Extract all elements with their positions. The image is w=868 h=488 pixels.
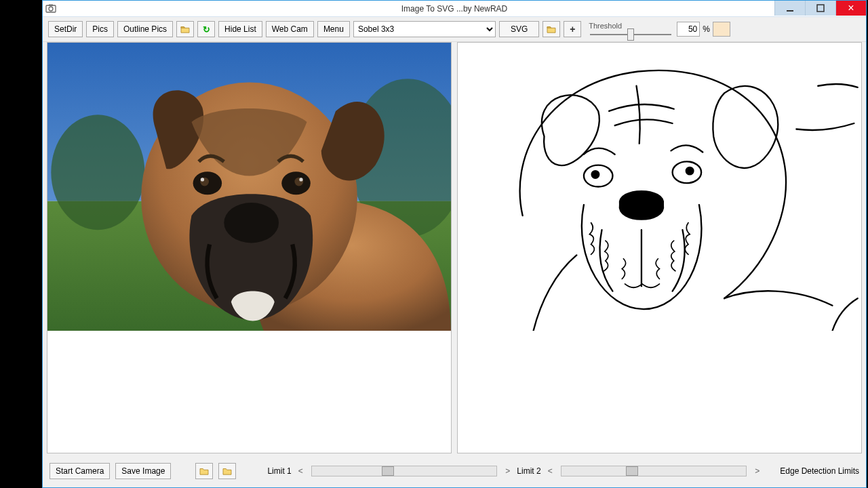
maximize-button[interactable] [805, 1, 835, 16]
open-folder-button-4[interactable] [218, 463, 236, 479]
add-button[interactable]: + [564, 21, 581, 37]
threshold-value-input[interactable] [677, 22, 700, 37]
save-image-button[interactable]: Save Image [115, 463, 171, 479]
source-image-pane [47, 42, 452, 453]
svg-button[interactable]: SVG [499, 21, 539, 37]
limit2-dec[interactable]: < [547, 466, 554, 476]
app-window: Image To SVG ...by NewRAD × SetDir Pics … [42, 0, 867, 488]
svg-rect-3 [787, 10, 793, 12]
minimize-button[interactable] [774, 1, 805, 16]
limit1-track: < > [297, 466, 512, 476]
open-folder-button-2[interactable] [542, 21, 560, 37]
menu-button[interactable]: Menu [317, 21, 350, 37]
plus-icon: + [570, 24, 575, 35]
edge-limits-label: Edge Detection Limits [780, 466, 859, 476]
svg-point-16 [299, 178, 302, 181]
limit2-inc[interactable]: > [753, 466, 761, 476]
refresh-button[interactable]: ↻ [197, 21, 215, 37]
limit2-track: < > [547, 466, 762, 476]
setdir-button[interactable]: SetDir [48, 21, 83, 37]
svg-output-pane [457, 42, 862, 453]
color-swatch[interactable] [713, 22, 730, 37]
open-folder-button-3[interactable] [195, 463, 213, 479]
close-button[interactable]: × [835, 1, 866, 16]
threshold-slider[interactable] [590, 34, 671, 35]
limit2-label: Limit 2 [517, 466, 540, 476]
limit1-slider[interactable] [311, 466, 498, 476]
svg-output [458, 43, 861, 331]
window-title: Image To SVG ...by NewRAD [43, 4, 866, 14]
app-icon [45, 3, 56, 14]
bottom-toolbar: Start Camera Save Image Limit 1 < > Limi… [43, 458, 866, 487]
desktop-background: Image To SVG ...by NewRAD × SetDir Pics … [0, 0, 868, 488]
title-bar: Image To SVG ...by NewRAD × [43, 1, 866, 17]
source-photo [47, 43, 451, 331]
svg-point-10 [224, 203, 279, 243]
svg-point-21 [686, 167, 694, 175]
limit2-slider[interactable] [561, 466, 747, 476]
svg-point-13 [201, 178, 204, 181]
svg-point-7 [51, 115, 144, 230]
start-camera-button[interactable]: Start Camera [50, 463, 110, 479]
top-toolbar: SetDir Pics Outline Pics ↻ Hide List Web… [43, 17, 866, 42]
pics-button[interactable]: Pics [86, 21, 114, 37]
filter-select[interactable]: Sobel 3x3 [353, 21, 496, 37]
limit1-inc[interactable]: > [504, 466, 511, 476]
content-area [43, 42, 866, 458]
hidelist-button[interactable]: Hide List [218, 21, 262, 37]
open-folder-button-1[interactable] [176, 21, 194, 37]
svg-rect-17 [458, 43, 861, 331]
window-controls: × [774, 1, 866, 16]
svg-point-19 [592, 171, 599, 178]
webcam-button[interactable]: Web Cam [266, 21, 314, 37]
svg-rect-4 [817, 5, 824, 12]
svg-rect-2 [49, 4, 53, 5]
refresh-icon: ↻ [203, 24, 210, 35]
percent-label: % [703, 24, 710, 34]
svg-point-1 [49, 7, 53, 11]
outlinepics-button[interactable]: Outline Pics [117, 21, 173, 37]
threshold-control: Threshold % [589, 22, 730, 37]
limit1-label: Limit 1 [267, 466, 291, 476]
limit1-dec[interactable]: < [297, 466, 304, 476]
